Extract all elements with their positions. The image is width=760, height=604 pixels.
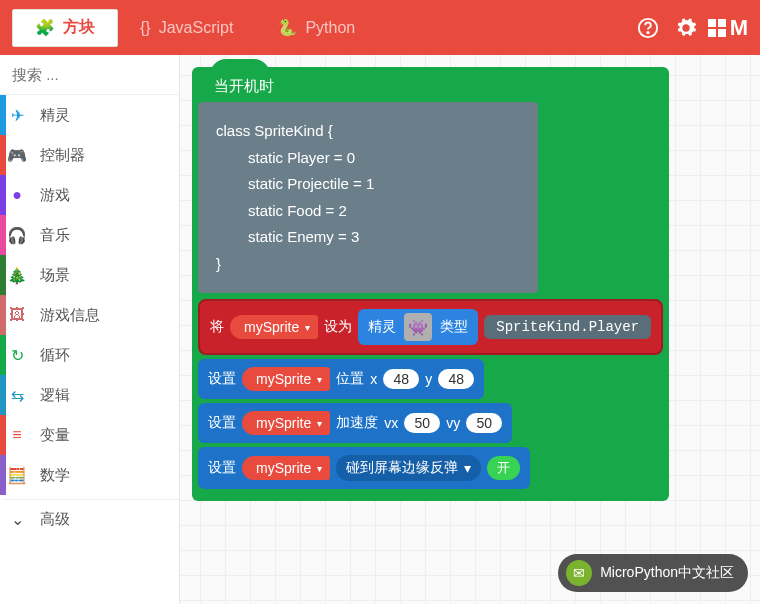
caret-icon: ▾	[317, 463, 322, 474]
wechat-toast[interactable]: ✉ MicroPython中文社区	[558, 554, 748, 592]
category-label: 变量	[40, 426, 70, 445]
set-sprite-block[interactable]: 将 mySprite▾ 设为 精灵 👾 类型 SpriteKind.Player	[198, 299, 663, 355]
code-line: static Player = 0	[216, 147, 520, 170]
category-icon: ↻	[6, 346, 28, 365]
vx-input[interactable]: 50	[404, 413, 440, 433]
vy-input[interactable]: 50	[466, 413, 502, 433]
caret-icon: ▾	[317, 418, 322, 429]
category-icon: ✈	[6, 106, 28, 125]
tab-blocks[interactable]: 🧩 方块	[12, 9, 118, 47]
category-label: 精灵	[40, 106, 70, 125]
on-start-label: 当开机时	[214, 77, 274, 94]
sidebar-item-5[interactable]: 🖼游戏信息	[0, 295, 179, 335]
braces-icon: {}	[140, 19, 151, 37]
set-bounce-block[interactable]: 设置 mySprite▾ 碰到屏幕边缘反弹▾ 开	[198, 447, 530, 489]
code-line: }	[216, 253, 520, 276]
advanced-label: 高级	[40, 510, 70, 529]
sidebar-item-3[interactable]: 🎧音乐	[0, 215, 179, 255]
code-line: static Food = 2	[216, 200, 520, 223]
apps-button[interactable]: M	[708, 12, 748, 44]
sidebar-item-4[interactable]: 🎄场景	[0, 255, 179, 295]
sidebar-item-7[interactable]: ⇆逻辑	[0, 375, 179, 415]
category-label: 控制器	[40, 146, 85, 165]
code-line: static Projectile = 1	[216, 173, 520, 196]
category-label: 游戏信息	[40, 306, 100, 325]
category-icon: ≡	[6, 426, 28, 444]
wechat-text: MicroPython中文社区	[600, 564, 734, 582]
tab-py-label: Python	[305, 19, 355, 37]
sidebar-item-2[interactable]: ●游戏	[0, 175, 179, 215]
variable-dropdown[interactable]: mySprite▾	[242, 367, 330, 391]
sidebar-item-6[interactable]: ↻循环	[0, 335, 179, 375]
variable-dropdown[interactable]: mySprite▾	[230, 315, 318, 339]
type-word: 类型	[440, 318, 468, 336]
sprite-word: 精灵	[368, 318, 396, 336]
set-acceleration-block[interactable]: 设置 mySprite▾ 加速度 vx 50 vy 50	[198, 403, 512, 443]
sprite-create-chip[interactable]: 精灵 👾 类型	[358, 309, 478, 345]
category-icon: 🎮	[6, 146, 28, 165]
code-line: class SpriteKind {	[216, 120, 520, 143]
puzzle-icon: 🧩	[35, 18, 55, 37]
grid-icon	[708, 19, 726, 37]
caret-icon: ▾	[317, 374, 322, 385]
sprite-kind-value[interactable]: SpriteKind.Player	[484, 315, 651, 339]
y-input[interactable]: 48	[438, 369, 474, 389]
code-line: static Enemy = 3	[216, 226, 520, 249]
tab-blocks-label: 方块	[63, 17, 95, 38]
category-icon: 🖼	[6, 306, 28, 324]
x-input[interactable]: 48	[383, 369, 419, 389]
tab-javascript[interactable]: {} JavaScript	[118, 9, 255, 47]
category-icon: ●	[6, 186, 28, 204]
variable-dropdown[interactable]: mySprite▾	[242, 456, 330, 480]
category-icon: 🧮	[6, 466, 28, 485]
bounce-option-dropdown[interactable]: 碰到屏幕边缘反弹▾	[336, 455, 481, 481]
category-icon: 🎧	[6, 226, 28, 245]
category-label: 场景	[40, 266, 70, 285]
sidebar-item-advanced[interactable]: ⌄ 高级	[0, 499, 179, 539]
code-grey-block[interactable]: class SpriteKind { static Player = 0 sta…	[198, 102, 538, 293]
tab-js-label: JavaScript	[159, 19, 234, 37]
sidebar-item-8[interactable]: ≡变量	[0, 415, 179, 455]
settings-button[interactable]	[670, 12, 702, 44]
python-icon: 🐍	[277, 18, 297, 37]
set-position-block[interactable]: 设置 mySprite▾ 位置 x 48 y 48	[198, 359, 484, 399]
sidebar-item-0[interactable]: ✈精灵	[0, 95, 179, 135]
category-label: 逻辑	[40, 386, 70, 405]
sprite-image-picker[interactable]: 👾	[404, 313, 432, 341]
variable-dropdown[interactable]: mySprite▾	[242, 411, 330, 435]
bounce-toggle[interactable]: 开	[487, 456, 520, 480]
blocks-workspace[interactable]: 当开机时 class SpriteKind { static Player = …	[180, 55, 760, 604]
category-icon: 🎄	[6, 266, 28, 285]
search-box[interactable]: 🔍	[0, 55, 179, 95]
category-label: 游戏	[40, 186, 70, 205]
sidebar-item-1[interactable]: 🎮控制器	[0, 135, 179, 175]
label-to: 设为	[324, 318, 352, 336]
category-icon: ⇆	[6, 386, 28, 405]
help-button[interactable]	[632, 12, 664, 44]
sidebar-item-9[interactable]: 🧮数学	[0, 455, 179, 495]
category-label: 音乐	[40, 226, 70, 245]
svg-point-1	[647, 31, 648, 32]
on-start-hat[interactable]: 当开机时	[198, 67, 318, 102]
tab-python[interactable]: 🐍 Python	[255, 9, 377, 47]
sidebar: 🔍 ✈精灵🎮控制器●游戏🎧音乐🎄场景🖼游戏信息↻循环⇆逻辑≡变量🧮数学 ⌄ 高级	[0, 55, 180, 604]
label-set: 将	[210, 318, 224, 336]
category-label: 数学	[40, 466, 70, 485]
caret-icon: ▾	[464, 460, 471, 476]
caret-icon: ▾	[305, 322, 310, 333]
wechat-icon: ✉	[566, 560, 592, 586]
brand-initial: M	[730, 15, 748, 41]
search-input[interactable]	[12, 66, 202, 83]
category-label: 循环	[40, 346, 70, 365]
chevron-down-icon: ⌄	[6, 510, 28, 529]
